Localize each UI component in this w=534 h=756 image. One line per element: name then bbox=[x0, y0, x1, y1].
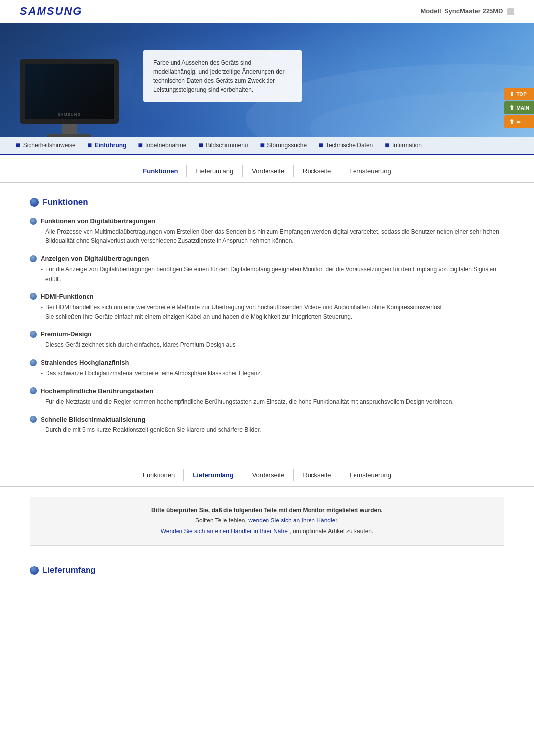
sub-nav-fernsteuerung[interactable]: Fernsteuerung bbox=[340, 469, 400, 481]
feature-title: Premium-Design bbox=[30, 331, 504, 338]
sub-nav: FunktionenLieferumfangVorderseiteRücksei… bbox=[0, 160, 534, 183]
nav-label: Inbetriebnahme bbox=[145, 142, 186, 149]
feature-line: Bei HDMI handelt es sich um eine weitver… bbox=[41, 303, 504, 312]
nav-bullet: ■ bbox=[318, 141, 323, 150]
nav-label: Störungssuche bbox=[267, 142, 307, 149]
feature-title-text: Strahlendes Hochglanzfinish bbox=[41, 359, 129, 366]
sub-nav-lieferumfang[interactable]: Lieferumfang bbox=[187, 165, 243, 177]
nav-item-störungssuche[interactable]: ■Störungssuche bbox=[254, 137, 312, 154]
section2-title: Lieferumfang bbox=[30, 566, 504, 575]
nav-label: Einführung bbox=[94, 142, 126, 149]
nav-bullet: ■ bbox=[260, 141, 265, 150]
feature-item: Premium-DesignDieses Gerät zeichnet sich… bbox=[30, 331, 504, 350]
feature-line: Für die Anzeige von Digitalübertragungen… bbox=[41, 265, 504, 284]
feature-icon bbox=[30, 416, 37, 423]
nav-bullet: ■ bbox=[88, 141, 92, 150]
feature-title-text: Funktionen von Digitalübertragungen bbox=[41, 217, 155, 225]
nav-item-technische-daten[interactable]: ■Technische Daten bbox=[312, 137, 379, 154]
info-line1: Bitte überprüfen Sie, daß die folgenden … bbox=[38, 505, 496, 516]
nav-label: Sicherheitshinweise bbox=[23, 142, 76, 149]
sub-nav-funktionen[interactable]: Funktionen bbox=[134, 469, 184, 481]
feature-item: Strahlendes HochglanzfinishDas schwarze … bbox=[30, 359, 504, 378]
nav-bullet: ■ bbox=[385, 141, 390, 150]
top-button[interactable]: ⬆ TOP bbox=[504, 88, 534, 100]
feature-title: Funktionen von Digitalübertragungen bbox=[30, 217, 504, 225]
feature-title: Hochempfindliche Berührungstasten bbox=[30, 387, 504, 395]
feature-line: Sie schließen Ihre Geräte einfach mit ei… bbox=[41, 312, 504, 322]
features-list: Funktionen von DigitalübertragungenAlle … bbox=[30, 217, 504, 435]
feature-title: Anzeigen von Digitalübertragungen bbox=[30, 255, 504, 262]
feature-title-text: Hochempfindliche Berührungstasten bbox=[41, 387, 153, 395]
samsung-logo: SAMSUNG bbox=[20, 5, 82, 18]
content-section1: Funktionen Funktionen von Digitalübertra… bbox=[0, 188, 534, 454]
info-box: Bitte überprüfen Sie, daß die folgenden … bbox=[30, 497, 504, 546]
header: SAMSUNG Modell SyncMaster 225MD bbox=[0, 0, 534, 23]
sub-nav-rückseite[interactable]: Rückseite bbox=[294, 469, 340, 481]
sub-nav-lieferumfang[interactable]: Lieferumfang bbox=[184, 469, 243, 481]
feature-icon bbox=[30, 218, 37, 225]
section1-icon bbox=[30, 198, 39, 207]
feature-title-text: Anzeigen von Digitalübertragungen bbox=[41, 255, 149, 262]
hero-banner: SAMSUNG Farbe und Aussehen des Geräts si… bbox=[0, 23, 534, 137]
feature-title-text: Schnelle Bildschirmaktualisierung bbox=[41, 416, 145, 423]
feature-icon bbox=[30, 293, 37, 300]
nav-item-bildschirmmenü[interactable]: ■Bildschirmmenü bbox=[192, 137, 254, 154]
nav-item-inbetriebnahme[interactable]: ■Inbetriebnahme bbox=[132, 137, 192, 154]
feature-item: HDMI-FunktionenBei HDMI handelt es sich … bbox=[30, 293, 504, 322]
feature-title: HDMI-Funktionen bbox=[30, 293, 504, 300]
feature-title-text: Premium-Design bbox=[41, 331, 91, 338]
feature-icon bbox=[30, 331, 37, 338]
feature-text: Das schwarze Hochglanzmaterial verbreite… bbox=[41, 369, 504, 378]
feature-icon bbox=[30, 387, 37, 394]
nav-bullet: ■ bbox=[138, 141, 143, 150]
back-button[interactable]: ⬆ ⇦ bbox=[504, 115, 534, 128]
feature-item: Funktionen von DigitalübertragungenAlle … bbox=[30, 217, 504, 246]
feature-icon bbox=[30, 255, 37, 262]
model-info: Modell SyncMaster 225MD bbox=[420, 7, 514, 15]
sub-nav-funktionen[interactable]: Funktionen bbox=[134, 165, 187, 177]
sub-nav-vorderseite[interactable]: Vorderseite bbox=[243, 165, 294, 177]
feature-text: Durch die mit 5 ms kurze Reaktionszeit g… bbox=[41, 425, 504, 435]
info-section: Bitte überprüfen Sie, daß die folgenden … bbox=[0, 497, 534, 546]
dealer-link[interactable]: wenden Sie sich an Ihren Händler. bbox=[248, 517, 339, 524]
side-nav: ⬆ TOP ⬆ MAIN ⬆ ⇦ bbox=[504, 88, 534, 128]
nav-bullet: ■ bbox=[198, 141, 203, 150]
feature-item: Hochempfindliche BerührungstastenFür die… bbox=[30, 387, 504, 407]
feature-title: Schnelle Bildschirmaktualisierung bbox=[30, 416, 504, 423]
nav-label: Information bbox=[392, 142, 422, 149]
info-line3: Wenden Sie sich an einen Händler in Ihre… bbox=[38, 526, 496, 537]
sub-nav-rückseite[interactable]: Rückseite bbox=[294, 165, 340, 177]
section1-title: Funktionen bbox=[30, 197, 504, 207]
feature-item: Anzeigen von DigitalübertragungenFür die… bbox=[30, 255, 504, 284]
info-line2: Sollten Teile fehlen, wenden Sie sich an… bbox=[38, 516, 496, 526]
content-section2: Lieferumfang bbox=[0, 556, 534, 605]
monitor-graphic: SAMSUNG bbox=[15, 48, 124, 137]
feature-line: Das schwarze Hochglanzmaterial verbreite… bbox=[41, 369, 504, 378]
nav-item-information[interactable]: ■Information bbox=[379, 137, 428, 154]
feature-item: Schnelle BildschirmaktualisierungDurch d… bbox=[30, 416, 504, 435]
main-nav: ■Sicherheitshinweise■Einführung■Inbetrie… bbox=[0, 137, 534, 155]
nearby-dealer-link[interactable]: Wenden Sie sich an einen Händler in Ihre… bbox=[161, 528, 288, 535]
bottom-sub-nav: FunktionenLieferumfangVorderseiteRücksei… bbox=[0, 464, 534, 487]
feature-line: Alle Prozesse von Multimediaübertragunge… bbox=[41, 227, 504, 246]
feature-text: Bei HDMI handelt es sich um eine weitver… bbox=[41, 303, 504, 322]
feature-line: Dieses Gerät zeichnet sich durch einfach… bbox=[41, 340, 504, 350]
feature-line: Durch die mit 5 ms kurze Reaktionszeit g… bbox=[41, 425, 504, 435]
sub-nav-vorderseite[interactable]: Vorderseite bbox=[243, 469, 294, 481]
feature-text: Für die Anzeige von Digitalübertragungen… bbox=[41, 265, 504, 284]
feature-title-text: HDMI-Funktionen bbox=[41, 293, 94, 300]
feature-title: Strahlendes Hochglanzfinish bbox=[30, 359, 504, 366]
feature-text: Alle Prozesse von Multimediaübertragunge… bbox=[41, 227, 504, 246]
feature-line: Für die Netztaste und die Regler kommen … bbox=[41, 397, 504, 407]
feature-text: Für die Netztaste und die Regler kommen … bbox=[41, 397, 504, 407]
nav-bullet: ■ bbox=[16, 141, 21, 150]
nav-item-sicherheitshinweise[interactable]: ■Sicherheitshinweise bbox=[10, 137, 82, 154]
nav-label: Technische Daten bbox=[326, 142, 373, 149]
section2-icon bbox=[30, 566, 39, 575]
main-button[interactable]: ⬆ MAIN bbox=[504, 101, 534, 114]
sub-nav-fernsteuerung[interactable]: Fernsteuerung bbox=[340, 165, 400, 177]
nav-item-einführung[interactable]: ■Einführung bbox=[82, 137, 133, 154]
feature-icon bbox=[30, 359, 37, 366]
feature-text: Dieses Gerät zeichnet sich durch einfach… bbox=[41, 340, 504, 350]
nav-label: Bildschirmmenü bbox=[206, 142, 248, 149]
